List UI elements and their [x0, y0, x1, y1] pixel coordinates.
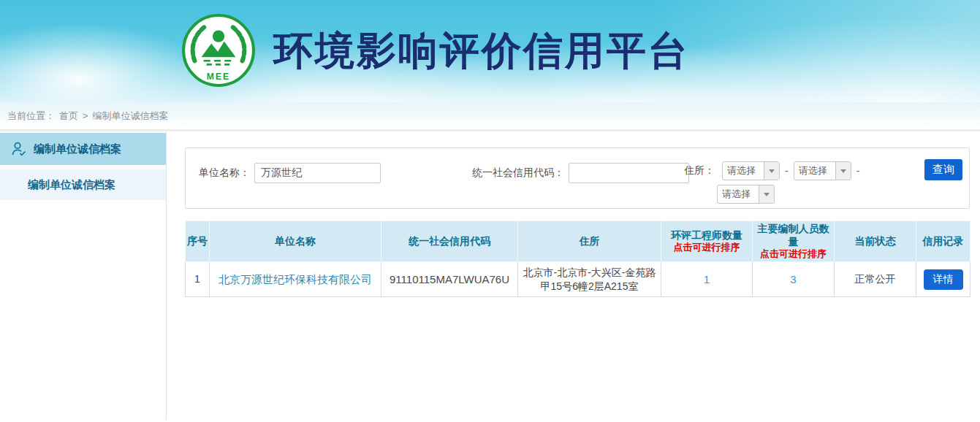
staff-count-link[interactable]: 3: [790, 273, 796, 285]
credit-code-input[interactable]: [569, 163, 689, 183]
unit-name-label: 单位名称：: [199, 166, 250, 180]
address-cell: 北京市-北京市-大兴区-金苑路甲15号6幢2层A215室: [518, 262, 661, 297]
main-content: 单位名称： 统一社会信用代码： 住所： 请选择 - 请选择 -: [167, 131, 980, 420]
search-panel: 单位名称： 统一社会信用代码： 住所： 请选择 - 请选择 -: [185, 147, 970, 209]
city-select[interactable]: 请选择: [794, 161, 851, 180]
col-staff-count-sortable[interactable]: 主要编制人员数量 点击可进行排序: [753, 221, 835, 262]
col-address: 住所: [518, 221, 661, 262]
credit-code-label: 统一社会信用代码：: [472, 166, 564, 180]
table-header-row: 序号 单位名称 统一社会信用代码 住所 环评工程师数量 点击可进行排序 主要编制…: [186, 221, 970, 262]
address-dash: -: [785, 165, 789, 177]
breadcrumb-current: 编制单位诚信档案: [93, 110, 169, 123]
query-button[interactable]: 查询: [924, 159, 962, 180]
col-engineer-count-sortable[interactable]: 环评工程师数量 点击可进行排序: [661, 221, 753, 262]
province-select[interactable]: 请选择: [722, 161, 780, 180]
svg-text:MEE: MEE: [207, 72, 231, 82]
sidebar-subitem-label: 编制单位诚信档案: [28, 178, 115, 192]
sidebar-item-unit-credit-archive[interactable]: 编制单位诚信档案: [0, 133, 166, 165]
address-dash: -: [856, 165, 860, 177]
breadcrumb-home-link[interactable]: 首页: [59, 110, 78, 123]
results-table: 序号 单位名称 统一社会信用代码 住所 环评工程师数量 点击可进行排序 主要编制…: [185, 220, 970, 297]
province-select-value: 请选择: [723, 162, 764, 180]
unit-name-link[interactable]: 北京万源世纪环保科技有限公司: [219, 273, 372, 285]
mee-logo-icon: MEE: [181, 13, 256, 88]
breadcrumb-prefix: 当前位置：: [7, 110, 55, 123]
col-credit-record: 信用记录: [916, 221, 970, 262]
detail-button[interactable]: 详情: [924, 269, 963, 290]
site-title: 环境影响评价信用平台: [273, 13, 690, 88]
user-check-icon: [10, 140, 28, 158]
chevron-down-icon[interactable]: [835, 162, 851, 180]
chevron-down-icon[interactable]: [759, 185, 774, 203]
sidebar-item-label: 编制单位诚信档案: [34, 142, 121, 156]
col-credit-code: 统一社会信用代码: [381, 221, 518, 262]
sort-hint: 点击可进行排序: [663, 242, 751, 253]
row-index: 1: [186, 262, 210, 297]
site-header: MEE 环境影响评价信用平台: [0, 0, 980, 102]
table-row: 1 北京万源世纪环保科技有限公司 91110115MA7LWUA76U 北京市-…: [186, 262, 970, 297]
col-status: 当前状态: [835, 221, 916, 262]
col-index: 序号: [186, 221, 210, 262]
breadcrumb: 当前位置： 首页 > 编制单位诚信档案: [0, 102, 980, 131]
sort-hint: 点击可进行排序: [754, 248, 832, 260]
engineer-count-link[interactable]: 1: [704, 273, 710, 285]
address-label: 住所：: [684, 164, 715, 177]
sidebar-subitem-unit-credit-archive[interactable]: 编制单位诚信档案: [0, 169, 166, 200]
brand: MEE 环境影响评价信用平台: [181, 13, 690, 88]
col-unit-name: 单位名称: [210, 221, 381, 262]
credit-code-cell: 91110115MA7LWUA76U: [381, 262, 518, 297]
sidebar: 编制单位诚信档案 编制单位诚信档案: [0, 131, 167, 420]
unit-name-input[interactable]: [254, 163, 381, 183]
chevron-down-icon[interactable]: [764, 162, 779, 180]
status-cell: 正常公开: [835, 262, 916, 297]
city-select-value: 请选择: [794, 162, 835, 180]
district-select[interactable]: 请选择: [717, 185, 775, 204]
breadcrumb-separator: >: [83, 110, 88, 121]
district-select-value: 请选择: [718, 185, 759, 203]
